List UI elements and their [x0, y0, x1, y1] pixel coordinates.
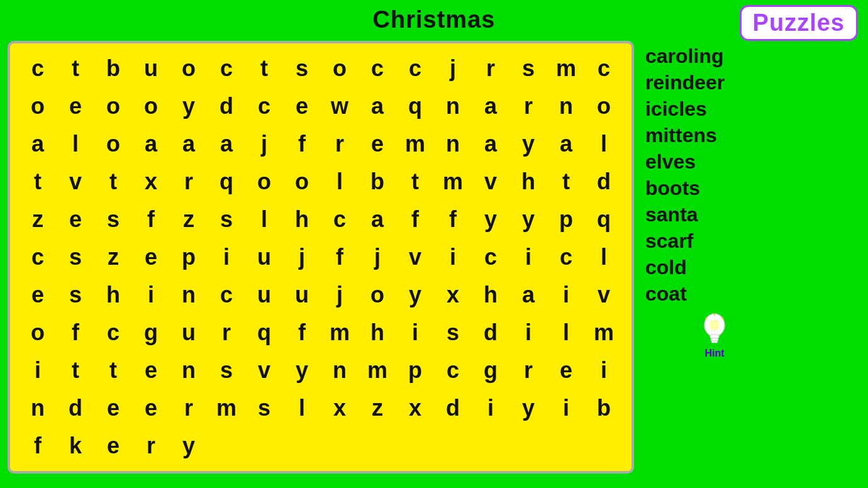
grid-cell[interactable]: k: [57, 427, 94, 465]
grid-cell[interactable]: l: [585, 125, 623, 163]
grid-cell[interactable]: y: [396, 276, 434, 314]
grid-cell[interactable]: e: [94, 389, 132, 427]
grid-cell[interactable]: y: [170, 87, 208, 125]
grid-cell[interactable]: i: [509, 314, 547, 352]
grid-cell[interactable]: m: [396, 125, 434, 163]
grid-cell[interactable]: l: [57, 125, 94, 163]
grid-cell[interactable]: o: [245, 163, 283, 201]
grid-cell[interactable]: a: [472, 87, 509, 125]
grid-cell[interactable]: r: [170, 163, 208, 201]
grid-cell[interactable]: e: [132, 238, 170, 276]
grid-cell[interactable]: d: [208, 87, 245, 125]
grid-cell[interactable]: r: [509, 352, 547, 389]
grid-cell[interactable]: z: [359, 389, 396, 427]
grid-cell[interactable]: i: [396, 314, 434, 352]
grid-cell[interactable]: e: [57, 87, 94, 125]
grid-cell[interactable]: m: [321, 314, 359, 352]
grid-cell[interactable]: o: [170, 50, 208, 87]
grid-cell[interactable]: a: [472, 125, 509, 163]
grid-cell[interactable]: v: [245, 352, 283, 389]
grid-cell[interactable]: e: [359, 125, 396, 163]
grid-cell[interactable]: x: [321, 389, 359, 427]
grid-cell[interactable]: n: [170, 352, 208, 389]
grid-cell[interactable]: a: [509, 276, 547, 314]
grid-cell[interactable]: o: [94, 87, 132, 125]
grid-cell[interactable]: z: [19, 201, 57, 238]
grid-cell[interactable]: f: [57, 314, 94, 352]
grid-cell[interactable]: f: [283, 314, 321, 352]
grid-cell[interactable]: t: [57, 50, 94, 87]
grid-cell[interactable]: w: [321, 87, 359, 125]
grid-cell[interactable]: s: [208, 352, 245, 389]
grid-cell[interactable]: t: [19, 163, 57, 201]
grid-cell[interactable]: c: [472, 238, 509, 276]
grid-cell[interactable]: m: [208, 389, 245, 427]
grid-cell[interactable]: e: [19, 276, 57, 314]
grid-cell[interactable]: x: [396, 389, 434, 427]
grid-cell[interactable]: d: [585, 163, 623, 201]
grid-cell[interactable]: q: [396, 87, 434, 125]
grid-cell[interactable]: r: [321, 125, 359, 163]
grid-cell[interactable]: a: [132, 125, 170, 163]
grid-cell[interactable]: c: [19, 238, 57, 276]
grid-cell[interactable]: m: [585, 314, 623, 352]
grid-cell[interactable]: z: [170, 201, 208, 238]
grid-cell[interactable]: u: [245, 276, 283, 314]
grid-cell[interactable]: i: [132, 276, 170, 314]
grid-cell[interactable]: t: [245, 50, 283, 87]
grid-cell[interactable]: s: [283, 50, 321, 87]
grid-cell[interactable]: a: [170, 125, 208, 163]
grid-cell[interactable]: n: [434, 125, 472, 163]
grid-cell[interactable]: v: [57, 163, 94, 201]
grid-cell[interactable]: d: [57, 389, 94, 427]
grid-cell[interactable]: t: [57, 352, 94, 389]
grid-cell[interactable]: h: [472, 276, 509, 314]
grid-cell[interactable]: g: [132, 314, 170, 352]
grid-cell[interactable]: o: [19, 87, 57, 125]
grid-cell[interactable]: f: [434, 201, 472, 238]
grid-cell[interactable]: e: [547, 352, 585, 389]
grid-cell[interactable]: l: [245, 201, 283, 238]
grid-cell[interactable]: e: [94, 427, 132, 465]
grid-cell[interactable]: v: [396, 238, 434, 276]
grid-cell[interactable]: t: [396, 163, 434, 201]
grid-cell[interactable]: r: [170, 389, 208, 427]
grid-cell[interactable]: n: [547, 87, 585, 125]
grid-cell[interactable]: s: [94, 201, 132, 238]
grid-cell[interactable]: o: [321, 50, 359, 87]
grid-cell[interactable]: c: [396, 50, 434, 87]
grid-cell[interactable]: r: [509, 87, 547, 125]
grid-cell[interactable]: j: [321, 276, 359, 314]
grid-cell[interactable]: h: [94, 276, 132, 314]
grid-cell[interactable]: o: [19, 314, 57, 352]
grid-cell[interactable]: u: [132, 50, 170, 87]
grid-cell[interactable]: y: [170, 427, 208, 465]
grid-cell[interactable]: j: [245, 125, 283, 163]
grid-cell[interactable]: h: [509, 163, 547, 201]
grid-cell[interactable]: g: [472, 352, 509, 389]
grid-cell[interactable]: l: [321, 163, 359, 201]
grid-cell[interactable]: n: [19, 389, 57, 427]
grid-cell[interactable]: r: [132, 427, 170, 465]
grid-cell[interactable]: f: [396, 201, 434, 238]
grid-cell[interactable]: t: [94, 163, 132, 201]
grid-cell[interactable]: t: [547, 163, 585, 201]
grid-cell[interactable]: b: [359, 163, 396, 201]
grid-cell[interactable]: p: [547, 201, 585, 238]
grid-cell[interactable]: x: [434, 276, 472, 314]
grid-cell[interactable]: d: [472, 314, 509, 352]
grid-cell[interactable]: j: [359, 238, 396, 276]
grid-cell[interactable]: y: [509, 389, 547, 427]
grid-cell[interactable]: o: [283, 163, 321, 201]
grid-cell[interactable]: v: [472, 163, 509, 201]
hint-bulb-icon[interactable]: [701, 313, 728, 347]
grid-cell[interactable]: x: [132, 163, 170, 201]
grid-cell[interactable]: i: [509, 238, 547, 276]
grid-cell[interactable]: i: [19, 352, 57, 389]
grid-cell[interactable]: d: [434, 389, 472, 427]
grid-cell[interactable]: c: [321, 201, 359, 238]
grid-cell[interactable]: r: [208, 314, 245, 352]
grid-cell[interactable]: c: [94, 314, 132, 352]
grid-cell[interactable]: y: [472, 201, 509, 238]
grid-cell[interactable]: j: [434, 50, 472, 87]
